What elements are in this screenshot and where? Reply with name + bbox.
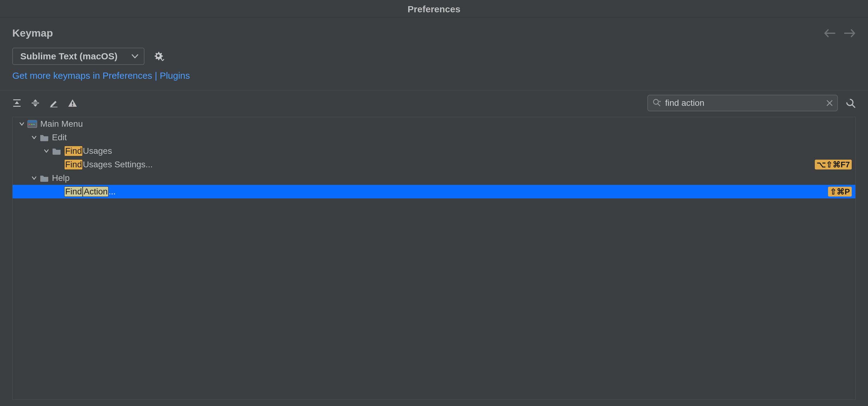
section-header: Keymap [0,17,868,45]
find-by-shortcut-button[interactable] [845,98,856,108]
chevron-down-icon [131,54,138,58]
keymap-select[interactable]: Sublime Text (macOS) [12,48,145,65]
chevron-down-icon[interactable] [18,120,26,128]
more-keymaps-row: Get more keymaps in Preferences | Plugin… [0,69,868,90]
tree-row-label: Help [52,173,70,183]
window-title: Preferences [408,4,460,14]
shortcut-badge: ⇧⌘P [828,187,852,197]
forward-button[interactable] [844,29,856,38]
conflicts-button[interactable] [68,98,78,108]
chevron-down-icon[interactable] [42,147,51,155]
keymap-select-value: Sublime Text (macOS) [20,51,117,61]
nav-arrows [824,29,856,38]
keymap-toolbar: Sublime Text (macOS) [0,45,868,69]
page-title: Keymap [12,27,53,39]
tree-row[interactable]: Help [12,171,856,185]
svg-point-0 [157,54,159,57]
folder-icon [40,174,49,182]
tree-row-label: Main Menu [40,119,83,129]
edit-shortcut-button[interactable] [49,98,58,108]
expand-all-button[interactable] [12,98,22,108]
svg-rect-3 [32,103,39,104]
titlebar: Preferences [0,0,868,17]
more-keymaps-link[interactable]: Get more keymaps in Preferences | Plugin… [12,70,190,81]
tree-row-label: Find Action... [64,186,116,197]
search-field[interactable] [647,95,838,111]
shortcut-badge: ⌥⇧⌘F7 [815,160,852,170]
tree-row[interactable]: Edit [12,131,856,144]
svg-line-12 [852,105,855,107]
svg-rect-2 [13,106,21,107]
clear-search-button[interactable] [826,100,833,107]
main-menu-icon [27,120,37,128]
search-input[interactable] [665,98,822,108]
svg-rect-6 [72,105,73,106]
svg-rect-5 [72,102,73,105]
svg-rect-17 [33,124,35,125]
svg-rect-15 [29,124,30,125]
tree-toolbar [0,90,868,116]
collapse-all-button[interactable] [31,98,40,108]
tree-row[interactable]: Main Menu [12,117,856,131]
chevron-down-icon[interactable] [30,174,38,182]
tree-row[interactable]: Find Usages Settings...⌥⇧⌘F7 [12,158,856,171]
chevron-down-icon[interactable] [30,133,38,142]
keymap-tree[interactable]: Main MenuEditFind UsagesFind Usages Sett… [12,117,856,400]
tree-row-label: Find Usages Settings... [64,159,153,170]
keymap-settings-button[interactable] [154,51,164,61]
back-button[interactable] [824,29,835,38]
tree-row[interactable]: Find Action...⇧⌘P [12,185,856,198]
folder-icon [52,147,61,155]
tree-row-label: Edit [52,133,67,142]
search-icon [652,98,661,108]
svg-rect-16 [31,124,33,125]
folder-icon [40,134,49,141]
svg-rect-1 [13,99,21,100]
tree-row[interactable]: Find Usages [12,144,856,158]
svg-line-8 [658,104,660,106]
tree-row-label: Find Usages [64,146,112,156]
svg-rect-4 [50,107,58,107]
svg-rect-14 [28,120,37,123]
